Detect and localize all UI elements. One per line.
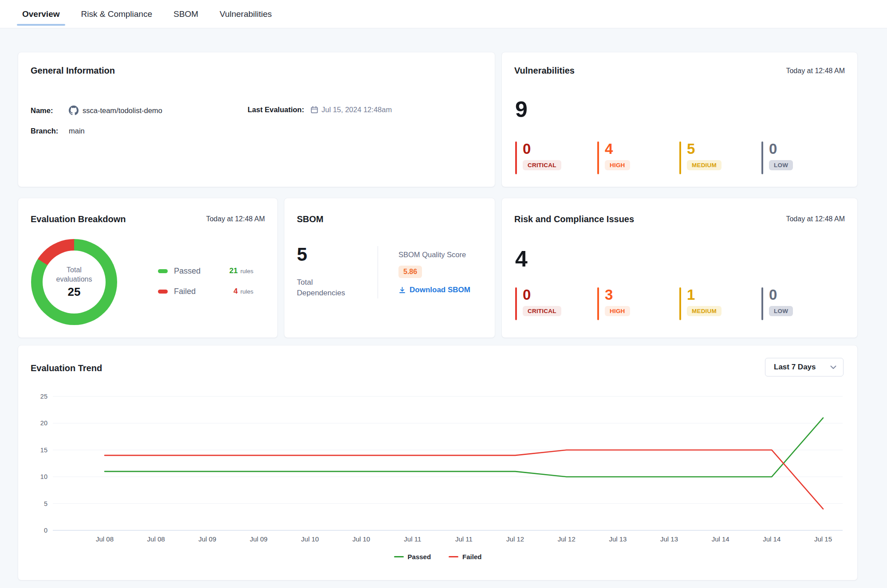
card-title: Evaluation Trend xyxy=(31,363,102,373)
severity-bar xyxy=(597,287,599,320)
svg-text:15: 15 xyxy=(40,447,47,454)
legend-passed: Passed xyxy=(394,553,431,561)
trend-line-chart: 0510152025Jul 08Jul 08Jul 09Jul 09Jul 10… xyxy=(31,385,846,546)
severity-bar xyxy=(515,141,517,174)
severity-bar xyxy=(515,287,517,320)
card-title: Evaluation Breakdown xyxy=(31,214,126,224)
repo-name-value: ssca-team/todolist-demo xyxy=(83,106,162,115)
branch-label: Branch: xyxy=(31,127,69,135)
sbom-quality-score-value: 5.86 xyxy=(398,266,422,278)
legend-passed-row: Passed 21 rules xyxy=(158,265,253,277)
svg-text:Jul 12: Jul 12 xyxy=(506,535,524,543)
last-evaluation-value: Jul 15, 2024 12:48am xyxy=(321,106,392,114)
general-information-card: General Information Name: ssca-team/todo… xyxy=(18,52,495,187)
severity-high: 4 HIGH xyxy=(597,141,663,174)
donut-center-label: Total evaluations xyxy=(56,265,92,284)
svg-text:20: 20 xyxy=(40,419,47,427)
svg-text:Jul 13: Jul 13 xyxy=(609,535,627,543)
svg-text:Jul 15: Jul 15 xyxy=(814,535,832,543)
total-dependencies-label: Total Dependencies xyxy=(297,277,345,298)
failed-line-swatch xyxy=(449,556,458,557)
svg-text:Jul 11: Jul 11 xyxy=(455,535,473,543)
date-range-dropdown[interactable]: Last 7 Days xyxy=(765,358,844,376)
severity-count: 0 xyxy=(769,287,793,303)
legend-count: 4 xyxy=(233,287,237,296)
svg-text:Jul 10: Jul 10 xyxy=(352,535,370,543)
svg-text:Jul 14: Jul 14 xyxy=(712,535,729,543)
chevron-down-icon xyxy=(830,365,836,369)
severity-badge: CRITICAL xyxy=(523,160,561,170)
card-title: Vulnerabilities xyxy=(514,66,575,76)
severity-high: 3 HIGH xyxy=(597,287,663,320)
card-title: SBOM xyxy=(297,214,323,224)
total-dependencies-count: 5 xyxy=(297,245,307,264)
svg-text:Jul 13: Jul 13 xyxy=(660,535,678,543)
svg-text:Jul 14: Jul 14 xyxy=(763,535,781,543)
severity-low: 0 LOW xyxy=(761,141,827,174)
svg-text:0: 0 xyxy=(44,527,47,534)
risk-compliance-card: Risk and Compliance Issues Today at 12:4… xyxy=(501,198,858,338)
severity-badge: CRITICAL xyxy=(523,306,561,316)
date-range-value: Last 7 Days xyxy=(774,363,816,372)
sbom-quality-score-label: SBOM Quality Score xyxy=(398,251,492,259)
severity-bar xyxy=(761,287,763,320)
legend-failed: Failed xyxy=(449,553,481,561)
svg-text:Jul 10: Jul 10 xyxy=(301,535,319,543)
severity-bar xyxy=(679,287,681,320)
tab-vulnerabilities[interactable]: Vulnerabilities xyxy=(220,0,272,28)
vulnerabilities-total: 9 xyxy=(515,98,528,121)
vulnerabilities-card: Vulnerabilities Today at 12:48 AM 9 0 CR… xyxy=(501,52,858,187)
passed-line-swatch xyxy=(394,556,404,557)
donut-legend: Passed 21 rules Failed 4 rules xyxy=(158,265,253,306)
card-title: Risk and Compliance Issues xyxy=(514,214,634,224)
severity-bar xyxy=(761,141,763,174)
tab-sbom[interactable]: SBOM xyxy=(173,0,198,28)
tab-bar: Overview Risk & Compliance SBOM Vulnerab… xyxy=(0,0,887,28)
svg-text:Jul 09: Jul 09 xyxy=(198,535,216,543)
tab-overview[interactable]: Overview xyxy=(22,0,60,28)
legend-label: Passed xyxy=(174,267,201,276)
branch-value: main xyxy=(69,127,85,135)
evaluation-breakdown-card: Evaluation Breakdown Today at 12:48 AM T… xyxy=(18,198,278,338)
severity-badge: MEDIUM xyxy=(687,306,721,316)
severity-row: 0 CRITICAL 3 HIGH 1 MEDIUM 0 LOW xyxy=(515,287,827,320)
evaluations-donut-chart: Total evaluations 25 xyxy=(31,239,117,325)
name-label: Name: xyxy=(31,106,69,115)
severity-count: 1 xyxy=(687,287,721,303)
legend-label: Failed xyxy=(174,287,196,296)
severity-badge: LOW xyxy=(769,160,793,170)
card-title: General Information xyxy=(31,66,115,76)
donut-center: Total evaluations 25 xyxy=(43,251,106,314)
svg-text:25: 25 xyxy=(40,393,47,400)
sbom-card: SBOM 5 Total Dependencies SBOM Quality S… xyxy=(284,198,495,338)
calendar-icon xyxy=(311,106,318,114)
severity-count: 3 xyxy=(605,287,630,303)
severity-critical: 0 CRITICAL xyxy=(515,287,581,320)
legend-unit: rules xyxy=(240,288,253,295)
severity-badge: MEDIUM xyxy=(687,160,721,170)
svg-text:Jul 08: Jul 08 xyxy=(96,535,114,543)
severity-count: 4 xyxy=(605,141,630,157)
severity-badge: LOW xyxy=(769,306,793,316)
legend-unit: rules xyxy=(240,268,253,274)
repo-name-row: Name: ssca-team/todolist-demo xyxy=(31,106,162,115)
severity-badge: HIGH xyxy=(605,306,630,316)
trend-legend: Passed Failed xyxy=(18,553,857,561)
last-evaluation-row: Last Evaluation: Jul 15, 2024 12:48am xyxy=(248,106,392,114)
svg-text:Jul 12: Jul 12 xyxy=(558,535,576,543)
evaluation-trend-card: Evaluation Trend Last 7 Days 0510152025J… xyxy=(18,345,858,580)
legend-failed-row: Failed 4 rules xyxy=(158,285,253,298)
risk-issues-total: 4 xyxy=(515,248,528,270)
severity-critical: 0 CRITICAL xyxy=(515,141,581,174)
svg-text:Jul 11: Jul 11 xyxy=(404,535,421,543)
severity-low: 0 LOW xyxy=(761,287,827,320)
card-timestamp: Today at 12:48 AM xyxy=(786,67,845,75)
card-timestamp: Today at 12:48 AM xyxy=(206,215,265,223)
github-icon xyxy=(69,106,79,115)
severity-bar xyxy=(597,141,599,174)
tab-risk-compliance[interactable]: Risk & Compliance xyxy=(81,0,153,28)
card-timestamp: Today at 12:48 AM xyxy=(786,215,845,223)
svg-text:Jul 08: Jul 08 xyxy=(147,535,165,543)
download-sbom-link[interactable]: Download SBOM xyxy=(398,286,492,294)
severity-badge: HIGH xyxy=(605,160,630,170)
